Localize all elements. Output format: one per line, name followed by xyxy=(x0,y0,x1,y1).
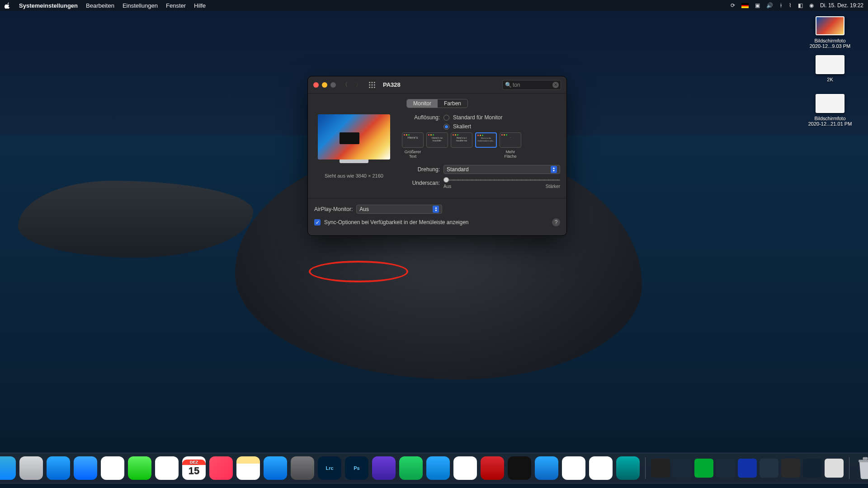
airplay-select[interactable]: Aus ▲▼ xyxy=(356,205,442,214)
dock-minimized-window[interactable] xyxy=(651,459,670,478)
desktop-icon-screenshot-3[interactable]: Bildschirmfoto 2020-12...21.01 PM xyxy=(803,94,857,127)
menubar-datetime[interactable]: Di. 15. Dez. 19:22 xyxy=(820,2,863,9)
window-title: PA328 xyxy=(383,81,401,88)
dock-minimized-window[interactable] xyxy=(760,459,778,478)
tab-colors[interactable]: Farben xyxy=(438,99,467,108)
menu-item-window[interactable]: Fenster xyxy=(166,2,186,9)
minimize-button[interactable] xyxy=(322,82,327,88)
rotation-value: Standard xyxy=(447,166,469,173)
dock-app-maps[interactable] xyxy=(47,456,70,480)
dock-app-lrc[interactable]: Lrc xyxy=(318,456,341,480)
dock-app-telegram[interactable] xyxy=(426,456,450,480)
status-bluetooth-icon[interactable]: ᚼ xyxy=(779,2,783,9)
system-preferences-window: 〈 〉 PA328 🔍 ton ✕ Monitor Farben Sieht a… xyxy=(307,76,567,236)
svg-rect-5 xyxy=(374,84,375,85)
dock-app-chrome[interactable] xyxy=(101,456,124,480)
dock-app-imovie[interactable] xyxy=(372,456,396,480)
svg-rect-10 xyxy=(863,457,868,460)
dock-app-numbers[interactable] xyxy=(453,456,477,480)
menu-item-help[interactable]: Hilfe xyxy=(194,2,206,9)
dock-app-app[interactable] xyxy=(616,456,640,480)
tab-monitor[interactable]: Monitor xyxy=(407,99,438,108)
show-all-button[interactable] xyxy=(368,80,377,89)
underscan-max-label: Stärker xyxy=(546,184,560,189)
status-airplay-icon[interactable]: ▣ xyxy=(755,2,760,9)
dock-app-safari[interactable] xyxy=(74,456,97,480)
dock-app-whatsapp[interactable] xyxy=(399,456,423,480)
scale-option-3[interactable]: Here's to t trouble-ma xyxy=(451,132,472,159)
display-tabs: Monitor Farben xyxy=(314,99,560,108)
underscan-slider[interactable] xyxy=(443,177,560,183)
dock-trash[interactable] xyxy=(855,456,868,480)
dock-minimized-window[interactable] xyxy=(738,459,757,478)
dock-app-ccleaner[interactable] xyxy=(481,456,504,480)
menu-item-edit[interactable]: Bearbeiten xyxy=(86,2,114,9)
svg-rect-0 xyxy=(369,82,370,83)
select-arrows-icon: ▲▼ xyxy=(433,206,439,213)
radio-standard[interactable] xyxy=(443,115,449,121)
dock-app-activitymonitor[interactable] xyxy=(508,456,531,480)
dock-app-photos[interactable] xyxy=(155,456,179,480)
status-timemachine-icon[interactable]: ⟳ xyxy=(731,2,735,9)
clear-search-button[interactable]: ✕ xyxy=(552,82,559,88)
desktop-wallpaper xyxy=(0,0,868,488)
dock-minimized-window[interactable] xyxy=(694,459,713,478)
search-value: ton xyxy=(513,82,520,88)
scale-option-4[interactable]: Here's to the troublemakers who... xyxy=(475,132,497,159)
rotation-select[interactable]: Standard ▲▼ xyxy=(443,165,560,174)
svg-rect-6 xyxy=(369,87,370,88)
window-titlebar[interactable]: 〈 〉 PA328 🔍 ton ✕ xyxy=(308,76,566,94)
dock-app-launchpad[interactable] xyxy=(19,456,43,480)
radio-scaled[interactable] xyxy=(443,124,449,130)
dock-app-pages[interactable] xyxy=(562,456,585,480)
desktop-icon-sublabel: 2020-12...9.03 PM xyxy=(803,43,857,49)
menu-app-name[interactable]: Systemeinstellungen xyxy=(19,2,78,9)
select-arrows-icon: ▲▼ xyxy=(551,166,557,173)
dock-app-affinityphoto[interactable] xyxy=(535,456,558,480)
close-button[interactable] xyxy=(313,82,319,88)
dock-app-notes[interactable] xyxy=(236,456,260,480)
scale-option-1[interactable]: Here'sGrößerer Text xyxy=(402,132,424,159)
preferences-search-field[interactable]: 🔍 ton ✕ xyxy=(502,80,561,90)
dock-minimized-window[interactable] xyxy=(803,459,822,478)
dock-app-appstore[interactable] xyxy=(264,456,287,480)
dock-minimized-window[interactable] xyxy=(825,459,844,478)
monitor-preview xyxy=(318,114,390,160)
underscan-label: Underscan: xyxy=(402,180,440,186)
dock-app-settings[interactable] xyxy=(291,456,314,480)
status-user-icon[interactable]: ◉ xyxy=(809,2,814,9)
dock-app-music[interactable] xyxy=(209,456,233,480)
dock-separator xyxy=(849,457,849,479)
status-battery-icon[interactable]: ◧ xyxy=(798,2,803,9)
dock-app-messages[interactable] xyxy=(128,456,151,480)
radio-scaled-label[interactable]: Skaliert xyxy=(453,123,471,130)
dock-app-finder[interactable] xyxy=(0,456,16,480)
dock-minimized-window[interactable] xyxy=(673,459,692,478)
dock-app-libreoffice[interactable] xyxy=(589,456,613,480)
resolution-readout: Sieht aus wie 3840 × 2160 xyxy=(314,173,394,178)
desktop-icon-screenshot-2[interactable]: 2K xyxy=(803,55,857,82)
help-button[interactable]: ? xyxy=(552,218,560,226)
sync-checkbox[interactable]: ✓ xyxy=(314,219,321,225)
dock-app-ps[interactable]: Ps xyxy=(345,456,368,480)
dock-app-calendar[interactable]: DEZ15 xyxy=(182,456,206,480)
apple-menu-icon[interactable] xyxy=(5,2,11,9)
zoom-button[interactable] xyxy=(330,82,336,88)
desktop-icon-label: Bildschirmfoto xyxy=(803,38,857,43)
menu-bar: Systemeinstellungen Bearbeiten Einstellu… xyxy=(0,0,868,11)
scale-option-2[interactable]: Here's to trouble- xyxy=(426,132,448,159)
status-volume-icon[interactable]: 🔊 xyxy=(766,2,773,9)
desktop-icon-screenshot-1[interactable]: Bildschirmfoto 2020-12...9.03 PM xyxy=(803,16,857,49)
sync-checkbox-label[interactable]: Sync-Optionen bei Verfügbarkeit in der M… xyxy=(324,219,469,225)
dock-minimized-window[interactable] xyxy=(716,459,735,478)
desktop-icon-sublabel: 2020-12...21.01 PM xyxy=(803,121,857,127)
nav-back-button[interactable]: 〈 xyxy=(340,80,349,89)
dock-minimized-window[interactable] xyxy=(781,459,800,478)
radio-standard-label[interactable]: Standard für Monitor xyxy=(453,114,502,121)
menu-item-prefs[interactable]: Einstellungen xyxy=(123,2,158,9)
desktop-icon-label: 2K xyxy=(803,77,857,82)
scale-option-5[interactable]: ···Mehr Fläche xyxy=(500,132,521,159)
search-icon: 🔍 xyxy=(505,82,512,88)
status-input-german-icon[interactable] xyxy=(741,3,749,8)
status-wifi-icon[interactable]: ⌇ xyxy=(789,2,792,9)
